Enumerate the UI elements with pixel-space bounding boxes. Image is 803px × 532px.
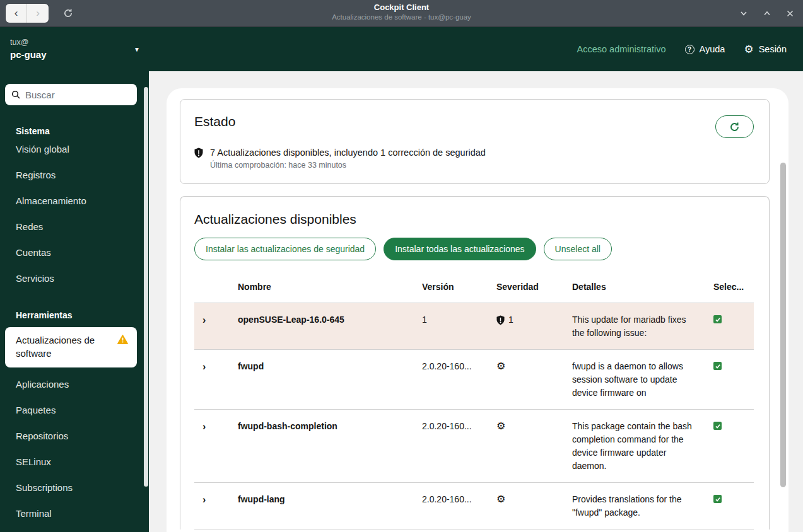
- host-switcher[interactable]: tux@ pc-guay ▼: [0, 37, 149, 62]
- close-button[interactable]: [786, 9, 794, 18]
- col-header-nombre: Nombre: [238, 273, 422, 303]
- bugfix-gear-icon: ⚙: [496, 360, 505, 372]
- expand-row-button[interactable]: ›: [194, 493, 238, 506]
- package-version: 2.0.20-160...: [422, 493, 496, 506]
- search-icon: [11, 90, 20, 99]
- page-panel: Estado 7 Actualizaci: [167, 88, 788, 532]
- window-title: Cockpit Client: [0, 3, 803, 12]
- severity-count: 1: [508, 313, 513, 327]
- window-titlebar: ‹ › Cockpit Client Actualizaciones de so…: [0, 0, 803, 27]
- check-updates-button[interactable]: [715, 115, 754, 138]
- sidebar-item-aplicaciones[interactable]: Aplicaciones: [0, 371, 149, 397]
- close-icon: [786, 9, 794, 18]
- sidebar-item-redes[interactable]: Redes: [0, 214, 149, 240]
- check-icon: [715, 423, 721, 429]
- sidebar-section-herramientas: Herramientas: [0, 310, 149, 320]
- security-shield-icon: [496, 315, 505, 325]
- package-version: 2.0.20-160...: [422, 420, 496, 433]
- sidebar-item-actualizaciones-software-active[interactable]: Actualizaciones de software: [5, 327, 137, 367]
- install-security-updates-button[interactable]: Instalar las actualizaciones de segurida…: [194, 238, 376, 260]
- package-details: Provides translations for the "fwupd" pa…: [572, 493, 713, 519]
- bugfix-gear-icon: ⚙: [496, 420, 505, 432]
- question-circle-icon: ?: [685, 45, 695, 54]
- col-header-severidad: Severidad: [496, 273, 572, 303]
- package-details: This update for mariadb fixes the follow…: [572, 313, 713, 340]
- table-row[interactable]: › openSUSE-Leap-16.0-645 1 1 This update…: [194, 303, 754, 350]
- updates-summary: 7 Actualizaciones disponibles, incluyend…: [210, 147, 486, 158]
- admin-access-link[interactable]: Acceso administrativo: [577, 44, 666, 54]
- help-label: Ayuda: [700, 44, 725, 54]
- sidebar-item-selinux[interactable]: SELinux: [0, 449, 149, 475]
- sidebar-item-paquetes[interactable]: Paquetes: [0, 397, 149, 423]
- session-menu[interactable]: ⚙ Sesión: [744, 44, 787, 55]
- window-title-area: Cockpit Client Actualizaciones de softwa…: [0, 3, 803, 21]
- expand-row-button[interactable]: ›: [194, 360, 238, 373]
- col-header-version: Versión: [422, 273, 496, 303]
- table-header-row: Nombre Versión Severidad Detalles Selec.…: [194, 273, 754, 303]
- search-input[interactable]: [25, 90, 114, 100]
- page-scrollbar[interactable]: [780, 163, 786, 487]
- sidebar-search[interactable]: [5, 84, 137, 105]
- window-subtitle: Actualizaciones de software - tux@pc-gua…: [0, 13, 803, 21]
- unselect-all-button[interactable]: Unselect all: [544, 238, 612, 260]
- check-icon: [715, 496, 721, 502]
- session-label: Sesión: [759, 44, 787, 54]
- bugfix-gear-icon: ⚙: [496, 493, 505, 505]
- select-checkbox[interactable]: [713, 422, 722, 430]
- sidebar-item-subscriptions[interactable]: Subscriptions: [0, 475, 149, 500]
- select-checkbox[interactable]: [713, 315, 722, 323]
- sidebar-item-almacenamiento[interactable]: Almacenamiento: [0, 188, 149, 214]
- active-item-label: Actualizaciones de software: [16, 333, 107, 360]
- app-header: tux@ pc-guay ▼ Acceso administrativo ? A…: [0, 27, 803, 71]
- sidebar: Sistema Visión global Registros Almacena…: [0, 71, 149, 532]
- gear-icon: ⚙: [744, 44, 753, 55]
- history-nav: ‹ ›: [5, 3, 49, 23]
- package-name: fwupd-lang: [238, 493, 422, 506]
- sidebar-scrollbar[interactable]: [144, 87, 148, 487]
- main-content-area: Estado 7 Actualizaci: [149, 71, 803, 532]
- warning-triangle-icon: [117, 335, 128, 360]
- package-details: This package contain the bash completion…: [572, 420, 713, 473]
- back-button[interactable]: ‹: [6, 4, 27, 23]
- refresh-icon: [729, 122, 740, 132]
- expand-row-button[interactable]: ›: [194, 313, 238, 327]
- status-card: Estado 7 Actualizaci: [180, 99, 770, 184]
- updates-table: Nombre Versión Severidad Detalles Selec.…: [194, 273, 754, 529]
- sidebar-section-sistema: Sistema: [0, 126, 149, 136]
- host-user: tux@: [10, 37, 47, 48]
- select-checkbox[interactable]: [713, 362, 722, 370]
- package-name: fwupd: [238, 360, 422, 373]
- table-row[interactable]: › fwupd-lang 2.0.20-160... ⚙ Provides tr…: [194, 483, 754, 529]
- status-card-title: Estado: [194, 114, 235, 129]
- help-menu[interactable]: ? Ayuda: [685, 44, 725, 54]
- host-name: pc-guay: [10, 48, 47, 62]
- chevron-up-icon: [763, 9, 771, 18]
- refresh-icon: [63, 8, 73, 18]
- check-icon: [715, 316, 721, 323]
- last-checked: Última comprobación: hace 33 minutos: [210, 161, 486, 170]
- sidebar-item-cuentas[interactable]: Cuentas: [0, 240, 149, 265]
- package-version: 1: [422, 313, 496, 327]
- expand-row-button[interactable]: ›: [194, 420, 238, 433]
- col-header-detalles: Detalles: [572, 273, 713, 303]
- check-icon: [715, 363, 721, 369]
- package-version: 2.0.20-160...: [422, 360, 496, 373]
- install-all-updates-button[interactable]: Instalar todas las actualizaciones: [384, 238, 536, 260]
- reload-page-button[interactable]: [63, 8, 73, 18]
- select-checkbox[interactable]: [713, 495, 722, 503]
- sidebar-item-terminal[interactable]: Terminal: [0, 500, 149, 526]
- package-details: fwupd is a daemon to allows session soft…: [572, 360, 713, 400]
- table-row[interactable]: › fwupd-bash-completion 2.0.20-160... ⚙ …: [194, 410, 754, 483]
- table-row[interactable]: › fwupd 2.0.20-160... ⚙ fwupd is a daemo…: [194, 350, 754, 410]
- caret-down-icon: ▼: [134, 46, 140, 53]
- chevron-down-icon: [739, 9, 748, 18]
- sidebar-item-repositorios[interactable]: Repositorios: [0, 423, 149, 449]
- sidebar-item-vision-global[interactable]: Visión global: [0, 136, 149, 162]
- sidebar-item-servicios[interactable]: Servicios: [0, 265, 149, 291]
- window-menu-button[interactable]: [739, 9, 748, 18]
- forward-button[interactable]: ›: [27, 4, 49, 23]
- available-updates-card: Actualizaciones disponibles Instalar las…: [180, 196, 770, 529]
- col-header-select: Selec...: [713, 273, 754, 303]
- sidebar-item-registros[interactable]: Registros: [0, 162, 149, 188]
- maximize-button[interactable]: [763, 9, 771, 18]
